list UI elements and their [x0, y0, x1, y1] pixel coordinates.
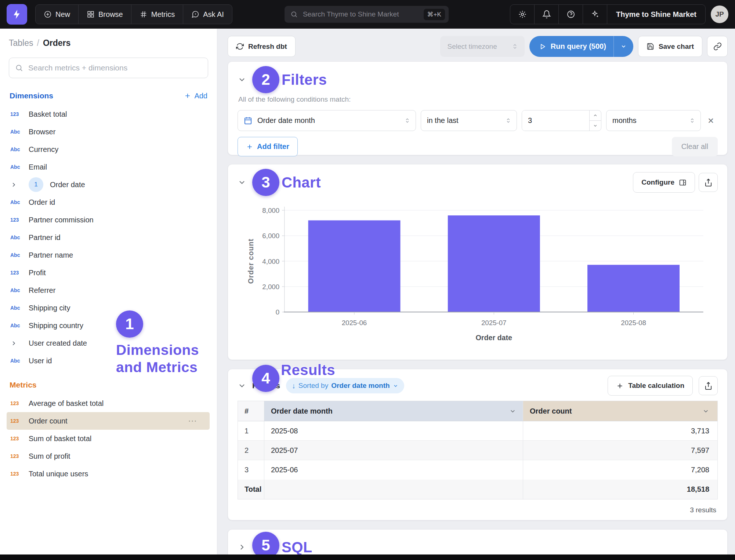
nav-new-button[interactable]: New [36, 5, 79, 24]
string-type-icon: Abc [10, 199, 23, 205]
nav-ask-ai-label: Ask AI [203, 10, 224, 19]
row-index-cell: 2 [238, 441, 264, 460]
metric-column-header[interactable]: Order count [523, 401, 717, 421]
sidebar-dimension-item[interactable]: Abc Order id [0, 193, 210, 211]
string-type-icon: Abc [10, 129, 23, 135]
nav-metrics-button[interactable]: Metrics [131, 5, 183, 24]
sidebar-dimension-group[interactable]: 1 Order date [0, 176, 210, 193]
sorted-by-pill[interactable]: ↓ Sorted by Order date month [286, 378, 404, 393]
nav-browse-button[interactable]: Browse [79, 5, 131, 24]
table-calculation-button[interactable]: Table calculation [608, 376, 693, 396]
sidebar-metric-item[interactable]: 123 Sum of basket total [0, 430, 210, 447]
bell-icon [542, 10, 551, 19]
results-table-row[interactable]: 1 2025-08 3,713 [238, 421, 717, 441]
export-chart-button[interactable] [699, 173, 718, 192]
global-search[interactable]: ⌘+K [285, 6, 449, 23]
nav-ask-ai-button[interactable]: Ask AI [183, 5, 232, 24]
sidebar-item-label: Sum of basket total [29, 434, 91, 443]
sql-collapse-toggle[interactable] [238, 543, 246, 552]
save-chart-button[interactable]: Save chart [638, 36, 702, 57]
app-logo[interactable] [7, 4, 27, 25]
sidebar-search-input[interactable] [28, 63, 202, 73]
bar-2025-06[interactable] [308, 220, 400, 312]
sidebar-dimension-item[interactable]: 123 Profit [0, 264, 210, 281]
metric-column-label: Order count [530, 407, 572, 415]
sidebar-dimension-item[interactable]: Abc Partner id [0, 229, 210, 246]
run-query-main[interactable]: Run query (500) [529, 36, 613, 57]
filters-collapse-toggle[interactable] [238, 75, 246, 84]
help-button[interactable] [559, 5, 583, 24]
item-menu-icon[interactable]: ⋯ [188, 416, 202, 426]
org-name-label: Thyme to Shine Market [616, 10, 696, 19]
spinner-down-button[interactable] [590, 121, 601, 131]
add-filter-button[interactable]: Add filter [238, 137, 298, 156]
global-search-input[interactable] [302, 10, 419, 19]
filter-rule-row: Order date month in the last [238, 110, 718, 131]
bar-2025-07[interactable] [448, 215, 540, 312]
sidebar-item-label: Referrer [29, 286, 55, 295]
sidebar-dimension-item[interactable]: Abc Email [0, 158, 210, 176]
sidebar-metric-item[interactable]: 123 Total unique users [0, 465, 210, 483]
configure-chart-button[interactable]: Configure [633, 172, 695, 193]
filter-operator-select[interactable]: in the last [421, 110, 517, 131]
sidebar-metric-item[interactable]: 123 Order count ⋯ [7, 412, 210, 430]
number-type-icon: 123 [10, 471, 23, 477]
share-link-button[interactable] [707, 36, 728, 57]
timezone-select[interactable]: Select timezone [440, 36, 525, 57]
breadcrumb-tables-link[interactable]: Tables [9, 38, 33, 48]
filter-value-input[interactable] [522, 110, 589, 131]
results-table-row[interactable]: 2 2025-07 7,597 [238, 441, 717, 460]
remove-filter-button[interactable]: × [708, 116, 714, 126]
sidebar-dimension-item[interactable]: Abc Partner name [0, 246, 210, 264]
notifications-button[interactable] [535, 5, 559, 24]
chevron-up-icon [593, 113, 598, 118]
run-query-button[interactable]: Run query (500) [529, 36, 633, 57]
sidebar-dimension-item[interactable]: Abc Currency [0, 141, 210, 158]
add-dimension-button[interactable]: Add [184, 92, 207, 100]
sidebar-item-label: Browser [29, 128, 55, 136]
sidebar-search[interactable] [9, 58, 208, 78]
results-collapse-toggle[interactable] [238, 381, 246, 390]
spinner-up-button[interactable] [590, 110, 601, 121]
bar-chart[interactable]: 02,0004,0006,0008,0002025-062025-072025-… [238, 198, 718, 354]
gear-icon [518, 10, 527, 19]
filter-field-select[interactable]: Order date month [238, 110, 416, 131]
dimension-column-header[interactable]: Order date month [264, 401, 523, 421]
dimensions-title: Dimensions [10, 91, 53, 100]
sidebar-metric-item[interactable]: 123 Sum of profit [0, 447, 210, 465]
settings-button[interactable] [510, 5, 535, 24]
run-query-dropdown[interactable] [613, 36, 633, 57]
user-avatar[interactable]: JP [711, 6, 728, 23]
results-table-row[interactable]: 3 2025-06 7,208 [238, 460, 717, 480]
refresh-dbt-button[interactable]: Refresh dbt [228, 36, 296, 57]
total-label: Total [238, 480, 264, 499]
dimension-value-cell: 2025-07 [264, 441, 523, 460]
ai-assistant-button[interactable] [583, 5, 607, 24]
sidebar-metric-item[interactable]: 123 Average of basket total [0, 394, 210, 412]
filter-operator-value: in the last [427, 116, 459, 125]
sidebar-dimension-item[interactable]: Abc Browser [0, 123, 210, 141]
dimension-column-label: Order date month [271, 407, 333, 415]
filter-unit-select[interactable]: months [606, 110, 701, 131]
chevron-right-icon [10, 340, 23, 347]
results-section-title: Results [281, 362, 335, 378]
sidebar-dimension-item[interactable]: Abc Referrer [0, 281, 210, 299]
export-results-button[interactable] [699, 376, 718, 395]
sidebar-dimension-item[interactable]: 123 Partner commission [0, 211, 210, 229]
chat-sparkle-icon [191, 10, 199, 18]
filters-subtitle: All of the following conditions match: [238, 95, 718, 103]
sidebar-item-label: Currency [29, 145, 58, 154]
chart-collapse-toggle[interactable] [238, 178, 246, 187]
explore-sidebar: Tables / Orders Dimensions Add 123 Baske… [0, 29, 217, 560]
y-tick-label: 6,000 [262, 232, 279, 240]
select-caret-icon [512, 43, 518, 50]
org-switcher[interactable]: Thyme to Shine Market [607, 5, 705, 24]
panel-right-icon [679, 179, 687, 186]
sidebar-dimension-item[interactable]: 123 Basket total [0, 105, 210, 123]
clear-all-button[interactable]: Clear all [672, 137, 718, 156]
filter-count-badge: 1 [29, 177, 43, 192]
results-table: # Order date month Order count 1 2025-08… [238, 401, 718, 499]
sidebar-item-label: Order date [50, 181, 85, 189]
string-type-icon: Abc [10, 323, 23, 328]
bar-2025-08[interactable] [587, 265, 680, 312]
